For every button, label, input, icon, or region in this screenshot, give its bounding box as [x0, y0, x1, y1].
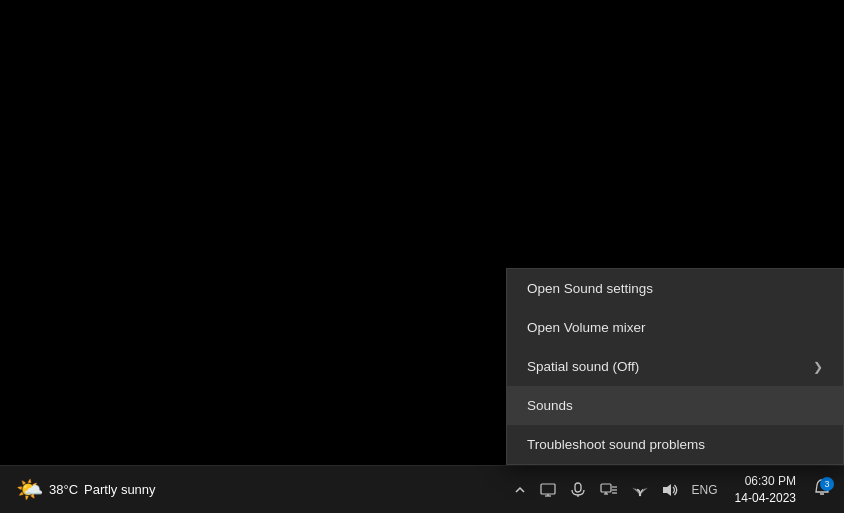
clock-date: 14-04-2023: [735, 490, 796, 507]
weather-widget[interactable]: 🌤️ 38°C Partly sunny: [8, 473, 164, 507]
svg-rect-3: [575, 483, 581, 492]
system-tray: ENG 06:30 PM 14-04-2023 3: [509, 469, 836, 511]
menu-item-sounds[interactable]: Sounds: [507, 386, 843, 425]
notification-badge: 3: [820, 477, 834, 491]
svg-marker-12: [663, 484, 671, 496]
svg-rect-0: [541, 484, 555, 494]
network-icon[interactable]: [627, 478, 653, 502]
menu-item-open-sound-settings[interactable]: Open Sound settings: [507, 269, 843, 308]
menu-item-spatial-sound[interactable]: Spatial sound (Off) ❯: [507, 347, 843, 386]
menu-item-label: Spatial sound (Off): [527, 359, 639, 374]
svg-rect-5: [601, 484, 611, 492]
weather-condition: Partly sunny: [84, 482, 156, 497]
clock-widget[interactable]: 06:30 PM 14-04-2023: [727, 469, 804, 511]
menu-item-label: Open Volume mixer: [527, 320, 646, 335]
chevron-up-icon[interactable]: [509, 480, 531, 500]
notification-button[interactable]: 3: [808, 475, 836, 505]
context-menu: Open Sound settings Open Volume mixer Sp…: [506, 268, 844, 465]
weather-icon: 🌤️: [16, 477, 43, 503]
menu-item-label: Sounds: [527, 398, 573, 413]
menu-item-label: Troubleshoot sound problems: [527, 437, 705, 452]
menu-item-label: Open Sound settings: [527, 281, 653, 296]
menu-item-open-volume-mixer[interactable]: Open Volume mixer: [507, 308, 843, 347]
svg-point-11: [638, 493, 640, 495]
display-connect-icon[interactable]: [595, 478, 623, 502]
taskbar: 🌤️ 38°C Partly sunny: [0, 465, 844, 513]
submenu-chevron-icon: ❯: [813, 360, 823, 374]
display-icon[interactable]: [535, 478, 561, 502]
volume-icon[interactable]: [657, 478, 683, 502]
clock-time: 06:30 PM: [735, 473, 796, 490]
temperature-label: 38°C: [49, 482, 78, 497]
microphone-icon[interactable]: [565, 478, 591, 502]
language-indicator[interactable]: ENG: [687, 479, 723, 501]
menu-item-troubleshoot[interactable]: Troubleshoot sound problems: [507, 425, 843, 464]
